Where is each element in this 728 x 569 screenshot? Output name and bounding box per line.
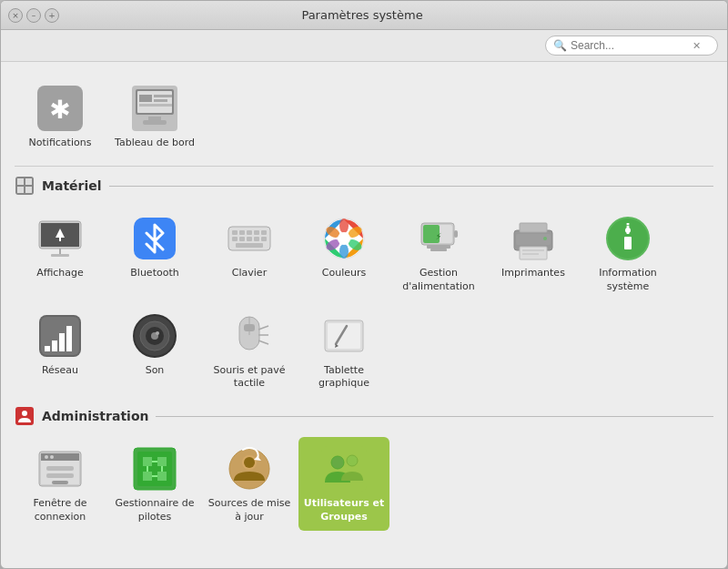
svg-line-79 [258,340,268,344]
svg-rect-53 [522,249,544,251]
svg-rect-51 [520,223,547,232]
svg-rect-30 [247,237,252,241]
gestion-label: Gestion d'alimentation [397,267,480,293]
item-couleurs[interactable]: Couleurs [298,207,389,300]
content-area: ✱ Notifications [1,62,727,568]
materiel-items-grid: Affichage Bluetooth [15,207,713,397]
item-information-systeme[interactable]: i Information système [582,207,673,300]
svg-rect-44 [454,230,458,238]
tablette-label: Tablette graphique [302,364,386,391]
item-tablette[interactable]: Tablette graphique [298,304,389,398]
svg-rect-26 [254,230,259,235]
administration-icon [15,406,35,426]
pilotes-label: Gestionnaire de pilotes [113,497,197,523]
search-input[interactable] [571,39,689,52]
svg-rect-25 [247,230,252,235]
item-fenetre-connexion[interactable]: Fenêtre de connexion [15,437,106,531]
sources-icon [225,444,274,493]
materiel-icon [15,176,35,196]
svg-rect-98 [143,472,152,481]
top-divider [15,166,713,167]
minimize-button[interactable]: – [26,8,41,23]
administration-line [156,416,713,417]
item-notifications[interactable]: ✱ Notifications [15,76,106,157]
svg-rect-8 [139,104,172,107]
pilotes-icon [130,444,179,493]
svg-rect-60 [624,237,632,249]
bluetooth-icon [130,214,179,263]
item-gestionnaire-pilotes[interactable]: Gestionnaire de pilotes [109,437,200,531]
svg-rect-14 [17,187,24,193]
item-reseau[interactable]: Réseau [15,304,106,398]
reseau-icon [35,311,85,361]
toolbar: 🔍 ✕ [1,30,727,62]
window-controls: × – + [8,8,59,23]
main-window: × – + Paramètres système 🔍 ✕ ✱ [0,0,728,569]
titlebar: × – + Paramètres système [1,1,727,30]
couleurs-label: Couleurs [322,267,366,279]
imprimantes-icon [509,214,558,263]
svg-rect-7 [154,99,167,102]
svg-rect-24 [239,230,245,235]
item-gestion-alimentation[interactable]: ⚡ Gestion d'alimentation [393,207,484,300]
svg-rect-65 [52,340,57,351]
svg-rect-54 [522,253,539,255]
svg-rect-27 [261,230,267,235]
svg-rect-97 [157,457,167,466]
svg-point-106 [244,457,255,468]
item-affichage[interactable]: Affichage [15,207,106,300]
maximize-button[interactable]: + [45,8,59,23]
administration-section-header: Administration [15,406,713,426]
search-icon: 🔍 [553,39,567,52]
fenetre-icon [35,444,85,493]
item-tableau-de-bord[interactable]: Tableau de bord [109,76,200,157]
svg-text:✱: ✱ [49,95,70,125]
svg-point-85 [22,411,27,416]
search-clear-icon[interactable]: ✕ [693,40,701,52]
svg-point-90 [50,455,54,459]
item-clavier[interactable]: Clavier [204,207,295,300]
tableau-icon [130,84,179,133]
svg-rect-76 [244,324,255,331]
souris-icon [225,311,274,361]
svg-line-77 [258,326,268,330]
materiel-line [109,186,713,187]
svg-text:⚡: ⚡ [435,231,441,241]
svg-rect-91 [46,466,74,471]
svg-rect-81 [328,323,360,349]
svg-rect-28 [232,237,238,241]
svg-point-110 [347,455,358,466]
couleurs-icon [319,214,369,263]
affichage-label: Affichage [36,267,84,279]
svg-rect-47 [427,245,450,249]
svg-rect-6 [154,95,172,97]
svg-rect-95 [137,452,172,486]
tablette-icon [319,311,369,361]
info-icon: i [603,214,652,263]
affichage-icon [35,214,85,263]
svg-rect-15 [25,187,32,193]
svg-rect-99 [157,472,167,481]
item-bluetooth[interactable]: Bluetooth [109,207,200,300]
svg-point-89 [45,455,48,459]
sources-label: Sources de mise à jour [207,497,291,523]
svg-rect-13 [25,178,32,185]
search-box[interactable]: 🔍 ✕ [545,36,718,56]
window-title: Paramètres système [59,8,665,22]
svg-rect-108 [321,446,367,492]
imprimantes-label: Imprimantes [501,267,565,279]
item-utilisateurs-groupes[interactable]: Utilisateurs et Groupes [298,437,389,531]
close-button[interactable]: × [8,8,23,23]
item-son[interactable]: Son [109,304,200,398]
svg-rect-32 [261,237,267,241]
svg-rect-9 [148,117,161,120]
svg-rect-12 [17,178,24,185]
item-imprimantes[interactable]: Imprimantes [488,207,579,300]
clavier-label: Clavier [232,267,267,279]
item-sources-maj[interactable]: Sources de mise à jour [204,437,295,531]
item-souris[interactable]: Souris et pavé tactile [204,304,295,398]
administration-items-grid: Fenêtre de connexion [15,437,713,531]
svg-point-73 [156,331,159,335]
fenetre-label: Fenêtre de connexion [18,497,102,523]
son-label: Son [146,364,165,377]
